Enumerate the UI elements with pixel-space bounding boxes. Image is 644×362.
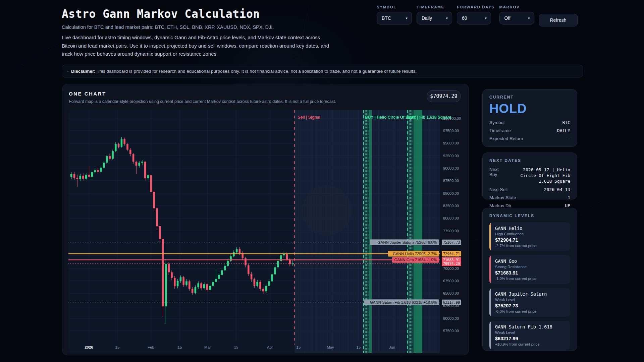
page-title: Astro Gann Markov Calculation [62,7,274,20]
timeframe-control: TIMEFRAME Daily ▾ [417,5,452,24]
chart-subtitle: Forward map is a calendar-style projecti… [69,99,336,104]
svg-text:15: 15 [115,345,120,349]
row-value: 2026-05-17 | Helio Circle Of Eight Fib 1… [506,167,570,184]
info-row: Symbol BTC [489,120,570,125]
symbol-label: SYMBOL [377,5,412,9]
svg-text:92500.00: 92500.00 [443,154,459,158]
row-value: UP [565,203,570,208]
svg-text:70974.29: 70974.29 [443,261,460,265]
price-chart[interactable]: 100000.0097500.0095000.0092500.0090000.0… [68,110,463,353]
forward-days-label: FORWARD DAYS [457,5,495,9]
refresh-button[interactable]: Refresh [539,14,578,26]
info-row: Timeframe DAILY [489,128,570,133]
level-desc: Weak Level [495,330,566,335]
header: Astro Gann Markov Calculation Calculatio… [62,7,274,30]
level-card[interactable]: GANN Geo Strong Resistance $71683.91 -1.… [489,255,570,284]
svg-text:97500.00: 97500.00 [443,129,459,133]
level-price: $75207.73 [495,303,566,308]
row-value: BTC [562,120,570,125]
chevron-down-icon: ▾ [485,16,487,20]
forward-days-control: FORWARD DAYS 60 ▾ [457,5,495,24]
level-accent [489,321,491,350]
level-accent [489,222,491,251]
symbol-select[interactable]: BTC ▾ [377,12,412,24]
disclaimer-bar: Disclaimer: This dashboard is provided f… [62,65,583,77]
svg-text:Feb: Feb [148,345,154,349]
disclaimer-bold: Disclaimer: [71,69,96,74]
level-name: GANN Saturn Fib 1.618 [495,324,566,329]
level-name: GANN Helio [495,226,566,231]
row-label: Markov State [489,195,516,200]
disclaimer-dot-icon [67,71,68,72]
timeframe-select[interactable]: Daily ▾ [417,12,452,24]
symbol-control: SYMBOL BTC ▾ [377,5,412,24]
level-accent [489,288,491,317]
level-pct: -6.0% from current price [495,309,566,313]
svg-text:Apr: Apr [267,345,273,349]
info-row: Markov State 1 [489,195,570,200]
level-card[interactable]: GANN Jupiter Saturn Weak Level $75207.73… [489,288,570,317]
current-panel-title: CURRENT [489,95,570,100]
info-row: Markov Dir UP [489,203,570,208]
svg-text:80000.00: 80000.00 [443,216,459,220]
level-card[interactable]: GANN Helio High Confluence $72904.71 -2.… [489,222,570,251]
next-dates-title: NEXT DATES [489,158,570,163]
row-label: Next Sell [489,187,507,192]
svg-text:67500.00: 67500.00 [443,279,459,283]
chart-title: ONE CHART [69,91,106,97]
chevron-down-icon: ▾ [528,16,530,20]
chart-card: ONE CHART Forward map is a calendar-styl… [62,84,469,355]
svg-text:Sell | Signal: Sell | Signal [298,115,320,120]
forward-days-select[interactable]: 60 ▾ [457,12,491,24]
svg-text:70000.00: 70000.00 [443,266,459,270]
svg-text:90000.00: 90000.00 [443,166,459,170]
svg-text:GANN Geo 71684 -1.0%: GANN Geo 71684 -1.0% [394,258,437,262]
page-subtitle: Calculation for BTC and lead market pair… [62,24,274,30]
dynamic-levels-panel: DYNAMIC LEVELS GANN Helio High Confluenc… [482,208,577,351]
row-label: Markov Dir [489,203,511,208]
app-root: Astro Gann Markov Calculation Calculatio… [0,0,644,362]
svg-text:GANN Helio 72905 -2.7%: GANN Helio 72905 -2.7% [393,252,437,256]
next-dates-panel: NEXT DATES Next Buy 2026-05-17 | Helio C… [482,153,577,199]
svg-text:87500.00: 87500.00 [443,179,459,183]
svg-text:2026: 2026 [85,345,93,349]
forward-days-value: 60 [462,15,467,21]
row-label: Next Buy [489,167,506,177]
level-price: $63217.99 [495,336,566,341]
disclaimer-text: This dashboard is provided for research … [97,69,417,74]
signal-badge: HOLD [489,102,570,116]
info-row: Next Sell 2026-04-13 [489,187,570,192]
level-pct: -1.0% from current price [495,277,566,281]
svg-text:15: 15 [178,345,182,349]
timeframe-label: TIMEFRAME [417,5,452,9]
row-label: Timeframe [489,128,511,133]
svg-text:82500.00: 82500.00 [443,204,459,208]
current-price-badge: $70974.29 [427,90,461,102]
level-pct: +10.9% from current price [495,342,566,346]
current-panel: CURRENT HOLD Symbol BTC Timeframe DAILY … [482,89,577,147]
chevron-down-icon: ▾ [406,16,408,20]
markov-value: Off [504,15,511,21]
svg-text:BUY | Fib 1.618 Square: BUY | Fib 1.618 Square [408,115,451,120]
svg-text:Mar: Mar [204,345,211,349]
svg-text:May: May [327,345,334,349]
svg-text:GANN Jupiter Saturn 75208 -6.0: GANN Jupiter Saturn 75208 -6.0% [378,240,437,244]
level-desc: High Confluence [495,232,566,236]
controls-bar: SYMBOL BTC ▾ TIMEFRAME Daily ▾ FORWARD D… [377,5,578,26]
svg-text:15: 15 [234,345,238,349]
page-description: Live dashboard for astro timing windows,… [62,34,334,58]
next-buy-row: Next Buy 2026-05-17 | Helio Circle Of Ei… [489,167,570,184]
svg-text:Jun: Jun [389,345,395,349]
row-value: 1 [568,195,570,200]
markov-label: MARKOV [499,5,534,9]
row-value: DAILY [557,128,570,133]
svg-text:72904.71: 72904.71 [443,252,460,256]
row-value: – [568,136,570,141]
level-card[interactable]: GANN Saturn Fib 1.618 Weak Level $63217.… [489,321,570,350]
markov-select[interactable]: Off ▾ [499,12,534,24]
svg-text:77500.00: 77500.00 [443,229,459,233]
svg-text:63217.99: 63217.99 [443,300,460,304]
level-desc: Weak Level [495,298,566,302]
row-value: 2026-04-13 [544,187,570,192]
level-name: GANN Geo [495,258,566,264]
